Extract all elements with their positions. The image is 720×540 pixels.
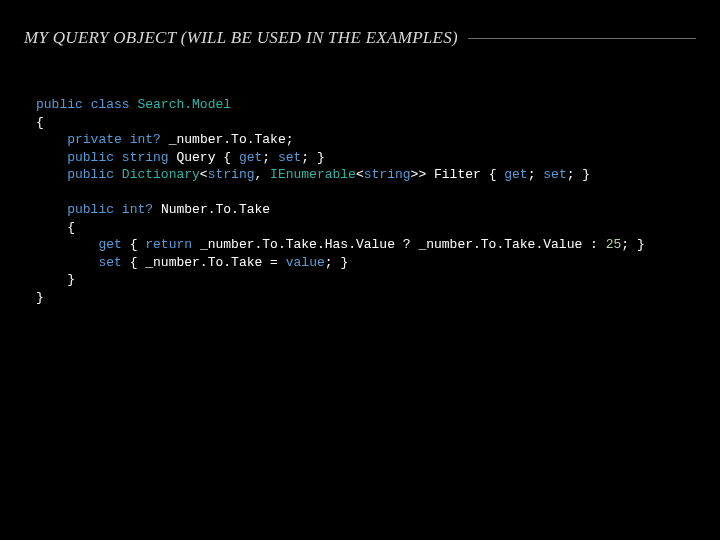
type-int-nullable: int?: [130, 132, 161, 147]
kw-public: public: [67, 150, 114, 165]
type-string: string: [208, 167, 255, 182]
brace-open: {: [36, 115, 44, 130]
slide: MY QUERY OBJECT (WILL BE USED IN THE EXA…: [0, 0, 720, 540]
value-suffix: Value: [543, 237, 582, 252]
brace-close: }: [36, 290, 44, 305]
field-number: _number.To.Take: [418, 237, 535, 252]
type-string: string: [364, 167, 411, 182]
kw-set: set: [543, 167, 566, 182]
prop-number: Number.To.Take: [161, 202, 270, 217]
class-name: Search.Model: [137, 97, 231, 112]
field-number: _number.To.Take: [169, 132, 286, 147]
literal-25: 25: [606, 237, 622, 252]
title-underline: [468, 38, 696, 39]
kw-public: public: [36, 97, 83, 112]
field-number: _number.To.Take: [145, 255, 262, 270]
kw-get: get: [98, 237, 121, 252]
kw-public: public: [67, 167, 114, 182]
slide-title: MY QUERY OBJECT (WILL BE USED IN THE EXA…: [24, 28, 458, 48]
field-number: _number.To.Take: [200, 237, 317, 252]
kw-set: set: [278, 150, 301, 165]
title-row: MY QUERY OBJECT (WILL BE USED IN THE EXA…: [24, 28, 696, 48]
type-int-nullable: int?: [122, 202, 153, 217]
kw-value: value: [286, 255, 325, 270]
prop-filter: Filter: [434, 167, 481, 182]
kw-return: return: [145, 237, 192, 252]
type-string: string: [122, 150, 169, 165]
code-block: public class Search.Model { private int?…: [24, 96, 696, 307]
type-dictionary: Dictionary: [122, 167, 200, 182]
prop-query: Query: [176, 150, 215, 165]
kw-get: get: [504, 167, 527, 182]
type-ienumerable: IEnumerable: [270, 167, 356, 182]
kw-get: get: [239, 150, 262, 165]
hasvalue: Has.Value: [325, 237, 395, 252]
kw-class: class: [91, 97, 130, 112]
kw-private: private: [67, 132, 122, 147]
kw-set: set: [98, 255, 121, 270]
kw-public: public: [67, 202, 114, 217]
